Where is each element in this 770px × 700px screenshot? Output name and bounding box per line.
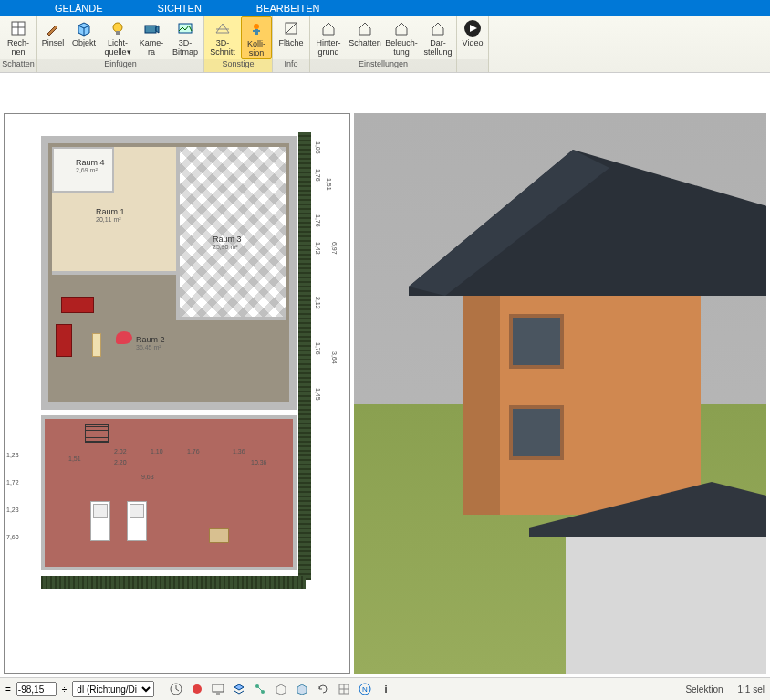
ribbon-group-label-einfuegen: Einfügen — [37, 59, 203, 72]
dim-left-d: 7,60 — [6, 534, 19, 540]
status-selektion: Selektion — [685, 684, 723, 695]
ribbon-group-label-schatten: Schatten — [0, 59, 36, 72]
brush-icon — [43, 19, 63, 37]
pinsel-label: Pinsel — [37, 38, 68, 47]
grid-icon[interactable] — [335, 681, 353, 697]
ribbon-toolbar: Rech-nen Schatten Pinsel Objekt Licht-qu… — [0, 16, 770, 73]
small-table[interactable] — [92, 333, 101, 357]
rotate-icon[interactable] — [314, 681, 332, 697]
svg-point-8 — [254, 24, 259, 29]
objekt-button[interactable]: Objekt — [68, 16, 99, 59]
menu-gelaende[interactable]: GELÄNDE — [55, 3, 103, 14]
bulb-icon — [108, 19, 128, 37]
dim-terr-g: 10,36 — [251, 459, 267, 465]
dim-terr-c: 2,20 — [114, 459, 127, 465]
building-outline[interactable]: Raum 42,69 m² Raum 120,11 m² Raum 325,90… — [41, 136, 297, 410]
ribbon-group-sonstige: 3D-Schnitt Kolli-sion Sonstige — [204, 16, 273, 72]
ribbon-group-label-info: Info — [273, 59, 309, 72]
connect-icon[interactable] — [251, 681, 269, 697]
dim-terr-d: 1,10 — [151, 448, 163, 454]
svg-rect-5 — [145, 26, 156, 33]
collision-icon — [246, 20, 266, 38]
garage-wall — [566, 518, 766, 674]
pinsel-button[interactable]: Pinsel — [37, 16, 68, 59]
sofa-1[interactable] — [61, 297, 94, 313]
workspace: Raum 42,69 m² Raum 120,11 m² Raum 325,90… — [0, 110, 770, 677]
dim-right-c: 1,51 — [326, 178, 332, 191]
clock-icon[interactable] — [167, 681, 185, 697]
terrace[interactable] — [41, 415, 297, 570]
hintergrund-button[interactable]: Hinter-grund — [310, 16, 347, 59]
ribbon-group-info: Fläche Info — [273, 16, 310, 72]
lichtquelle-label: Licht-quelle▾ — [99, 38, 136, 57]
ribbon-group-einfuegen: Pinsel Objekt Licht-quelle▾ Kame-ra 3D-B… — [37, 16, 204, 72]
dim-terr-e: 1,76 — [187, 448, 200, 454]
camera-icon — [141, 19, 161, 37]
darstellung-button[interactable]: Dar-stellung — [420, 16, 456, 59]
kollision-label: Kolli-sion — [242, 39, 271, 57]
calc-icon — [8, 19, 28, 37]
house-outline-icon — [355, 19, 375, 37]
info-icon[interactable]: i — [377, 681, 395, 697]
video-button[interactable]: Video — [457, 16, 488, 59]
kollision-button[interactable]: Kolli-sion — [241, 16, 272, 59]
stool-red[interactable] — [116, 331, 132, 344]
cube-icon — [74, 19, 94, 37]
ribbon-group-einstellungen: Hinter-grund Schatten Beleuch-tung Dar-s… — [310, 16, 457, 72]
terrace-table[interactable] — [209, 528, 229, 543]
kamera-button[interactable]: Kame-ra — [136, 16, 167, 59]
schatten-einst-button[interactable]: Schatten — [347, 16, 383, 59]
coord-input[interactable] — [16, 682, 57, 696]
ribbon-group-label-einstellungen: Einstellungen — [310, 59, 456, 72]
sofa-2[interactable] — [56, 324, 72, 357]
cube2-icon[interactable] — [293, 681, 311, 697]
area-icon — [281, 19, 301, 37]
direction-select[interactable]: dl (Richtung/Di — [72, 681, 154, 697]
dim-right-f: 6,97 — [331, 242, 338, 255]
window-lower — [509, 405, 564, 460]
beleuchtung-button[interactable]: Beleuch-tung — [383, 16, 420, 59]
menu-sichten[interactable]: SICHTEN — [158, 3, 202, 14]
flaeche-label: Fläche — [273, 38, 309, 47]
kamera-label: Kame-ra — [136, 38, 167, 57]
svg-rect-6 — [179, 24, 192, 33]
house-outline-icon — [391, 19, 411, 37]
house-shade — [463, 277, 500, 515]
record-icon[interactable] — [188, 681, 206, 697]
dim-right-d: 1,76 — [315, 214, 321, 227]
cube-icon[interactable] — [272, 681, 290, 697]
3d-bitmap-button[interactable]: 3D-Bitmap — [167, 16, 203, 59]
ribbon-group-video: Video — [457, 16, 489, 72]
svg-line-22 — [258, 687, 262, 691]
room4-label: Raum 42,69 m² — [76, 158, 105, 173]
svg-text:i: i — [385, 684, 388, 695]
dim-right-b: 1,76 — [315, 169, 321, 182]
room2[interactable] — [52, 278, 286, 399]
rechnen-button[interactable]: Rech-nen — [0, 16, 36, 59]
svg-rect-18 — [213, 684, 224, 692]
north-icon[interactable]: N — [356, 681, 374, 697]
layers-icon[interactable] — [230, 681, 248, 697]
play-icon — [463, 19, 483, 37]
dim-right-a: 1,06 — [315, 141, 321, 154]
dim-right-i: 3,64 — [331, 351, 338, 364]
3d-schnitt-button[interactable]: 3D-Schnitt — [204, 16, 241, 59]
coord-label: = — [5, 684, 11, 695]
menu-bearbeiten[interactable]: BEARBEITEN — [256, 3, 320, 14]
dim-terr-total: 9,63 — [141, 474, 154, 480]
flaeche-button[interactable]: Fläche — [273, 16, 309, 59]
3d-viewport[interactable] — [354, 113, 766, 674]
garage-roof — [529, 482, 766, 537]
svg-text:N: N — [362, 685, 368, 694]
lawn-chair-2[interactable] — [127, 501, 147, 541]
status-ratio: 1:1 sel — [738, 684, 765, 695]
room3-label: Raum 325,90 m² — [213, 235, 242, 250]
floor-plan-viewport[interactable]: Raum 42,69 m² Raum 120,11 m² Raum 325,90… — [4, 113, 350, 674]
lawn-chair-1[interactable] — [90, 501, 110, 541]
lichtquelle-button[interactable]: Licht-quelle▾ — [99, 16, 136, 59]
display-icon[interactable] — [209, 681, 227, 697]
room2-label: Raum 236,45 m² — [136, 335, 165, 350]
3d-bitmap-label: 3D-Bitmap — [167, 38, 203, 57]
video-label: Video — [457, 38, 488, 47]
terrace-grate[interactable] — [85, 424, 109, 443]
